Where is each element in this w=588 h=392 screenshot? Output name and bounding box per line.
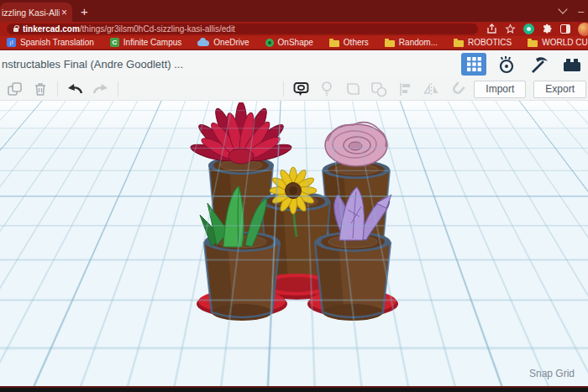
folder-icon (329, 40, 339, 47)
notes-button[interactable] (291, 80, 310, 98)
group-button[interactable] (344, 80, 362, 98)
extensions-puzzle-icon[interactable] (542, 24, 553, 34)
screen: izzling Kasi-Allis | Tin × + – tinkercad… (0, 0, 588, 392)
mode-bricks-button[interactable] (559, 53, 585, 76)
lock-icon[interactable] (13, 28, 18, 32)
bookmark-folder-random[interactable]: Random... (385, 38, 438, 47)
translate-icon (7, 38, 16, 47)
address-bar: tinkercad.com/things/gr3ilsm0hCd-sizzlin… (0, 22, 588, 36)
browser-tab-strip: izzling Kasi-Allis | Tin × + – (0, 0, 588, 22)
extension-green-icon[interactable] (523, 24, 534, 34)
toolbar-separator (283, 81, 284, 97)
tab-close-icon[interactable]: × (60, 8, 69, 18)
flower-pink-rose[interactable] (325, 123, 387, 166)
bookmark-folder-others[interactable]: Others (329, 38, 369, 47)
side-panel-icon[interactable] (560, 24, 570, 34)
tab-title: izzling Kasi-Allis | Tin (2, 8, 60, 18)
bookmark-spanish-translation[interactable]: Spanish Translation (7, 38, 94, 47)
url-path: /things/gr3ilsm0hCd-sizzling-kasi-allis/… (80, 24, 235, 34)
toolbar-separator (57, 81, 58, 97)
campus-icon (110, 38, 119, 47)
copy-button[interactable] (5, 80, 24, 98)
url-domain: tinkercad.com (23, 24, 80, 34)
bookmark-star-icon[interactable] (505, 24, 516, 34)
bookmark-infinite-campus[interactable]: Infinite Campus (110, 38, 181, 47)
bookmark-onedrive[interactable]: OneDrive (197, 38, 249, 47)
lego-brick-icon (562, 55, 582, 75)
export-button[interactable]: Export (533, 81, 586, 98)
snap-grid-label[interactable]: Snap Grid (529, 368, 575, 379)
flower-pots-model[interactable] (172, 102, 416, 329)
tab-search-chevron-icon[interactable] (558, 4, 567, 13)
profile-avatar[interactable] (578, 23, 588, 36)
delete-button[interactable] (31, 80, 50, 98)
grid-icon (467, 57, 481, 71)
active-tab[interactable]: izzling Kasi-Allis | Tin × (0, 3, 72, 22)
folder-icon (385, 40, 395, 47)
design-canvas[interactable]: Snap Grid (0, 101, 588, 386)
folder-icon (528, 40, 538, 47)
bookmarks-bar: Spanish Translation Infinite Campus OneD… (0, 36, 588, 49)
mode-minecraft-button[interactable] (527, 53, 552, 76)
bookmark-folder-world-cup[interactable]: WORLD CUP (528, 38, 588, 47)
editor-toolbar: Import Export (0, 78, 588, 101)
minimize-button[interactable]: – (578, 5, 586, 18)
magnet-button[interactable] (448, 80, 466, 98)
toolbar-separator (118, 81, 118, 97)
mode-3d-grid-button[interactable] (461, 53, 486, 76)
flower-red-dahlia[interactable] (189, 102, 292, 165)
pickaxe-icon (529, 55, 549, 75)
undo-button[interactable] (66, 80, 84, 98)
url-field[interactable]: tinkercad.com/things/gr3ilsm0hCd-sizzlin… (7, 24, 478, 34)
show-all-button[interactable] (318, 80, 336, 98)
share-icon[interactable] (486, 24, 497, 34)
folder-icon (454, 40, 464, 47)
sim-lab-icon (496, 55, 517, 75)
cloud-icon (197, 40, 209, 46)
onshape-icon (265, 39, 274, 47)
redo-button[interactable] (92, 80, 110, 98)
taskbar-edge (0, 388, 588, 392)
mirror-button[interactable] (422, 80, 440, 98)
ungroup-button[interactable] (370, 80, 388, 98)
design-title[interactable]: nstructables Final (Andre Goodlett) ... (2, 58, 461, 71)
new-tab-button[interactable]: + (81, 5, 88, 18)
mode-sim-lab-button[interactable] (494, 53, 519, 76)
align-button[interactable] (396, 80, 414, 98)
url-text: tinkercad.com/things/gr3ilsm0hCd-sizzlin… (23, 24, 235, 34)
tinkercad-header: nstructables Final (Andre Goodlett) ... (0, 49, 588, 78)
import-button[interactable]: Import (474, 81, 526, 98)
bookmark-folder-robotics[interactable]: ROBOTICS (454, 38, 512, 47)
pot-front-right[interactable] (315, 232, 391, 321)
bookmark-onshape[interactable]: OnShape (265, 38, 313, 47)
